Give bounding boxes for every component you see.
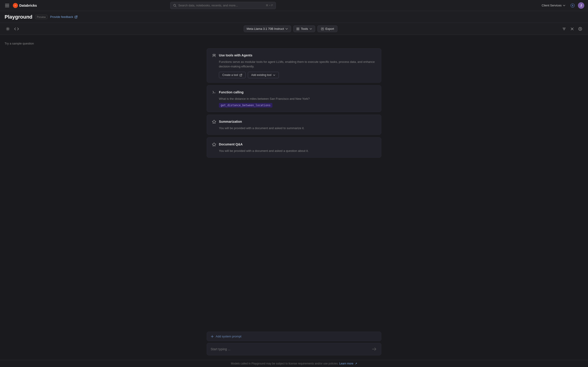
card-title: Use tools with Agents: [219, 53, 252, 57]
card-description: Functions serve as modular tools for age…: [219, 60, 376, 69]
card-header: Document Q&A: [212, 142, 376, 147]
add-existing-tool-button[interactable]: Add existing tool: [248, 72, 279, 78]
chat-input-bar[interactable]: [207, 343, 381, 355]
create-tool-button[interactable]: Create a tool: [219, 72, 246, 78]
card-description: You will be provided with a document and…: [219, 126, 376, 131]
plus-icon: [211, 335, 214, 338]
settings-icon-button[interactable]: [5, 26, 11, 32]
document-qa-card[interactable]: Document Q&A You will be provided with a…: [207, 137, 381, 158]
svg-rect-6: [297, 27, 298, 28]
card-header: Use tools with Agents: [212, 53, 376, 58]
tools-label: Tools: [301, 27, 308, 31]
export-icon: [321, 27, 324, 31]
topnav-right: Client Services J: [540, 2, 584, 9]
search-bar[interactable]: ⌘ + P: [170, 2, 276, 9]
footer-bar: Models called in Playground may be subje…: [0, 360, 588, 367]
document-qa-icon: [212, 142, 216, 147]
card-title: Document Q&A: [219, 142, 242, 146]
send-icon: [372, 347, 376, 351]
agents-icon: [212, 53, 216, 58]
system-prompt-label: Add system prompt: [216, 335, 242, 338]
topnav-left: Databricks: [4, 3, 37, 8]
send-button[interactable]: [371, 346, 377, 352]
code-tag: get_distance_between_locations: [219, 103, 272, 108]
summarization-icon: [212, 119, 216, 124]
svg-point-5: [7, 28, 9, 29]
svg-rect-8: [297, 29, 298, 30]
filter-icon: [562, 27, 566, 31]
external-link-icon: [74, 15, 78, 19]
cards-container: Use tools with Agents Functions serve as…: [207, 48, 381, 158]
page-header: Playground Preview Provide feedback: [0, 11, 588, 23]
search-input[interactable]: [178, 4, 264, 7]
chevron-down-icon: [285, 27, 288, 30]
card-description: What is the distance in miles between Sa…: [219, 97, 376, 101]
client-services-button[interactable]: Client Services: [540, 3, 567, 8]
feedback-link[interactable]: Provide feedback: [50, 15, 78, 19]
card-title: Summarization: [219, 120, 242, 123]
chevron-down-icon: [273, 74, 275, 76]
preview-badge: Preview: [35, 15, 47, 19]
function-icon: [212, 90, 216, 95]
search-shortcut: ⌘ + P: [266, 4, 273, 7]
chevron-down-icon: [309, 27, 312, 30]
external-link-icon: [240, 74, 242, 76]
create-tool-label: Create a tool: [222, 73, 238, 77]
close-icon: [571, 27, 574, 31]
external-link-icon: ↗: [355, 362, 357, 365]
client-services-label: Client Services: [542, 4, 562, 7]
code-view-button[interactable]: [13, 26, 20, 32]
logo-text: Databricks: [19, 3, 37, 7]
svg-rect-7: [298, 27, 299, 28]
learn-more-link[interactable]: Learn more ↗: [339, 362, 357, 365]
svg-rect-9: [298, 29, 299, 30]
add-icon-button[interactable]: [577, 26, 583, 32]
toolbar-right: [561, 26, 583, 32]
system-prompt-bar[interactable]: Add system prompt: [207, 332, 381, 341]
chat-input[interactable]: [211, 347, 371, 351]
hamburger-menu-button[interactable]: [4, 3, 10, 8]
feedback-label: Provide feedback: [50, 15, 73, 19]
export-label: Export: [326, 27, 334, 31]
svg-point-20: [214, 54, 216, 56]
function-calling-card[interactable]: Function calling What is the distance in…: [207, 85, 381, 112]
export-button[interactable]: Export: [317, 25, 338, 32]
gear-icon: [6, 27, 10, 31]
svg-line-3: [175, 6, 176, 7]
toolbar-left: [5, 26, 20, 32]
card-header: Function calling: [212, 90, 376, 95]
learn-more-label: Learn more: [339, 362, 353, 365]
main-content: Try a sample question Use tools with Age…: [0, 35, 588, 360]
bottom-section: Add system prompt: [207, 328, 381, 355]
card-title: Function calling: [219, 90, 243, 94]
logo: Databricks: [13, 3, 37, 8]
plus-icon: [578, 27, 582, 31]
summarization-card[interactable]: Summarization You will be provided with …: [207, 115, 381, 135]
use-tools-agents-card[interactable]: Use tools with Agents Functions serve as…: [207, 48, 381, 83]
filter-icon-button[interactable]: [561, 26, 567, 32]
toolbar-center: Meta Llama 3.1 70B Instruct Tools Expo: [244, 25, 338, 32]
svg-point-19: [213, 54, 214, 56]
sample-label: Try a sample question: [5, 42, 179, 45]
toolbar: Meta Llama 3.1 70B Instruct Tools Expo: [0, 23, 588, 35]
close-icon-button[interactable]: [569, 26, 575, 31]
card-header: Summarization: [212, 119, 376, 124]
tools-button[interactable]: Tools: [293, 25, 315, 32]
code-icon: [14, 27, 19, 31]
tools-icon: [296, 27, 300, 31]
footer-text: Models called in Playground may be subje…: [231, 362, 338, 365]
card-actions: Create a tool Add existing tool: [219, 72, 376, 78]
model-selector-button[interactable]: Meta Llama 3.1 70B Instruct: [244, 25, 291, 32]
model-label: Meta Llama 3.1 70B Instruct: [247, 27, 284, 31]
page-title: Playground: [5, 14, 32, 20]
search-icon: [173, 4, 176, 7]
add-existing-label: Add existing tool: [251, 73, 271, 77]
logo-icon: [13, 3, 18, 8]
card-description: You will be provided with a document and…: [219, 149, 376, 153]
avatar[interactable]: J: [578, 2, 584, 9]
topnav: Databricks ⌘ + P Client Services J: [0, 0, 588, 11]
chevron-down-icon: [563, 4, 565, 7]
bolt-icon: [570, 3, 575, 8]
hamburger-icon: [5, 4, 9, 7]
